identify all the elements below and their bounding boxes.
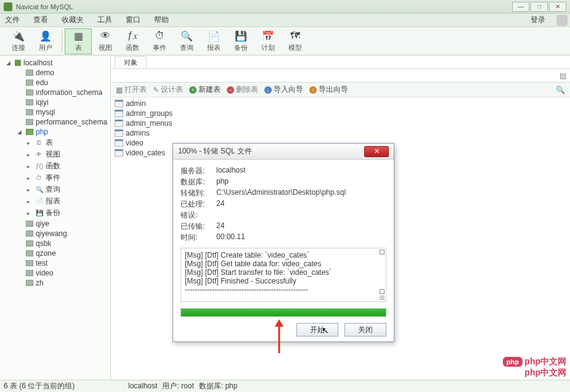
tree-child[interactable]: ▸💾备份 bbox=[0, 207, 110, 219]
tool-function[interactable]: ƒ𝑥函数 bbox=[119, 28, 146, 54]
log-line: [Msg] [Dtf] Start transfer to file: `vid… bbox=[185, 268, 382, 277]
scroll-up-icon[interactable] bbox=[380, 250, 385, 255]
tree-db[interactable]: zh bbox=[0, 278, 110, 288]
tree-db[interactable]: information_schema bbox=[0, 88, 110, 97]
label-server: 服务器: bbox=[181, 166, 216, 176]
table-name: admin bbox=[126, 99, 146, 108]
table-row[interactable]: admins bbox=[111, 128, 570, 138]
tree-child[interactable]: ▸ƒ()函数 bbox=[0, 160, 110, 172]
db-label: zh bbox=[36, 279, 44, 287]
database-icon bbox=[26, 270, 33, 276]
search-input[interactable] bbox=[111, 70, 556, 81]
db-label: video bbox=[36, 269, 54, 277]
tree-db[interactable]: qzone bbox=[0, 248, 110, 258]
menu-file[interactable]: 文件 bbox=[2, 14, 22, 27]
child-icon: 💾 bbox=[36, 210, 43, 216]
tool-event[interactable]: ⏱事件 bbox=[146, 28, 173, 54]
action-design[interactable]: ✎设计表 bbox=[153, 84, 183, 95]
child-icon: ⏱ bbox=[36, 174, 43, 181]
label-transferred: 已传输: bbox=[181, 221, 216, 232]
tree-db[interactable]: video bbox=[0, 268, 110, 278]
dialog-close-button[interactable]: ✕ bbox=[364, 146, 389, 157]
database-icon bbox=[26, 250, 33, 256]
tree-db[interactable]: demo bbox=[0, 68, 110, 78]
table-row[interactable]: admin_groups bbox=[111, 108, 570, 118]
db-label: qsbk bbox=[36, 239, 51, 248]
start-button[interactable]: 开始 ↖ bbox=[296, 323, 338, 337]
value-transferred: 24 bbox=[216, 221, 386, 232]
action-create[interactable]: +新建表 bbox=[189, 84, 221, 95]
event-icon: ⏱ bbox=[153, 30, 166, 42]
avatar-icon[interactable] bbox=[556, 15, 568, 26]
minimize-button[interactable]: — bbox=[512, 2, 529, 12]
menu-window[interactable]: 窗口 bbox=[123, 14, 143, 27]
tab-objects[interactable]: 对象 bbox=[115, 56, 147, 68]
log-line: [Msg] [Dtf] Finished - Successfully bbox=[185, 277, 382, 285]
tree-child[interactable]: ▸🔍查询 bbox=[0, 184, 110, 195]
table-row[interactable]: admin bbox=[111, 99, 570, 108]
database-icon bbox=[26, 119, 33, 125]
action-export[interactable]: ↑导出向导 bbox=[309, 84, 348, 95]
label-processed: 已处理: bbox=[181, 199, 216, 210]
search-icon[interactable]: 🔍 bbox=[556, 86, 565, 94]
tree-child[interactable]: ▸⏱事件 bbox=[0, 172, 110, 184]
function-icon: ƒ𝑥 bbox=[126, 30, 139, 42]
collapse-icon[interactable]: ◢ bbox=[6, 60, 12, 66]
tool-plan[interactable]: 📅计划 bbox=[254, 28, 282, 54]
connection-tree[interactable]: ◢ localhost demoeduinformation_schemaiqi… bbox=[0, 55, 111, 380]
tool-backup[interactable]: 💾备份 bbox=[227, 28, 254, 54]
tree-db[interactable]: qiye bbox=[0, 219, 110, 229]
tool-query[interactable]: 🔍查询 bbox=[173, 28, 200, 54]
app-icon bbox=[4, 2, 12, 11]
tree-child[interactable]: ▸🗓表 bbox=[0, 137, 110, 149]
tree-db[interactable]: edu bbox=[0, 78, 110, 88]
tree-db[interactable]: iqiyi bbox=[0, 97, 110, 107]
child-label: 事件 bbox=[46, 173, 60, 183]
backup-icon: 💾 bbox=[234, 30, 248, 42]
menu-tools[interactable]: 工具 bbox=[95, 14, 115, 27]
close-button[interactable]: ✕ bbox=[549, 2, 566, 12]
table-row[interactable]: admin_menus bbox=[111, 118, 570, 128]
action-strip: ▦打开表 ✎设计表 +新建表 −删除表 ↓导入向导 ↑导出向导 🔍 bbox=[111, 83, 570, 97]
plus-icon: + bbox=[189, 86, 197, 94]
tree-db[interactable]: performance_schema bbox=[0, 117, 110, 127]
tree-connection[interactable]: ◢ localhost bbox=[0, 58, 110, 68]
table-name: admins bbox=[126, 129, 150, 137]
collapse-icon[interactable]: ◢ bbox=[17, 129, 23, 135]
maximize-button[interactable]: □ bbox=[531, 2, 548, 12]
dialog-titlebar[interactable]: 100% - 转储 SQL 文件 ✕ bbox=[173, 144, 394, 160]
tool-model[interactable]: 🗺模型 bbox=[282, 28, 309, 54]
menu-favorites[interactable]: 收藏夹 bbox=[59, 14, 86, 27]
scroll-down-icon[interactable] bbox=[380, 289, 385, 294]
tree-child[interactable]: ▸👁视图 bbox=[0, 149, 110, 160]
action-delete[interactable]: −删除表 bbox=[227, 84, 258, 95]
tool-connect[interactable]: 🔌连接 bbox=[5, 28, 32, 54]
dialog-log[interactable]: [Msg] [Dtf] Create table: `video_cates`[… bbox=[181, 248, 386, 302]
action-open[interactable]: ▦打开表 bbox=[116, 84, 147, 95]
database-icon bbox=[26, 231, 33, 237]
action-import[interactable]: ↓导入向导 bbox=[264, 84, 303, 95]
list-layout-icon[interactable]: ▤ bbox=[560, 71, 566, 80]
menu-view[interactable]: 查看 bbox=[31, 14, 51, 27]
tree-db-php[interactable]: ◢ php bbox=[0, 127, 110, 137]
tree-db[interactable]: mysql bbox=[0, 107, 110, 117]
tool-report[interactable]: 📄报表 bbox=[200, 28, 227, 54]
plug-icon: 🔌 bbox=[12, 30, 25, 42]
menu-login[interactable]: 登录 bbox=[528, 14, 548, 27]
menu-help[interactable]: 帮助 bbox=[152, 14, 171, 27]
tab-strip: 对象 bbox=[111, 55, 570, 69]
open-icon: ▦ bbox=[116, 86, 123, 94]
table-name: video bbox=[126, 139, 144, 147]
tool-table[interactable]: ▦表 bbox=[65, 28, 92, 54]
user-icon: 👤 bbox=[39, 30, 52, 42]
scroll-thumb[interactable] bbox=[380, 295, 385, 300]
tree-db[interactable]: test bbox=[0, 258, 110, 268]
tree-db[interactable]: qiyewang bbox=[0, 229, 110, 239]
tree-db[interactable]: qsbk bbox=[0, 239, 110, 248]
tree-child[interactable]: ▸📄报表 bbox=[0, 195, 110, 207]
query-icon: 🔍 bbox=[180, 30, 193, 42]
child-icon: 👁 bbox=[36, 151, 43, 158]
tool-view[interactable]: 👁视图 bbox=[92, 28, 119, 54]
tool-user[interactable]: 👤用户 bbox=[32, 28, 59, 54]
close-button[interactable]: 关闭 bbox=[344, 323, 386, 337]
